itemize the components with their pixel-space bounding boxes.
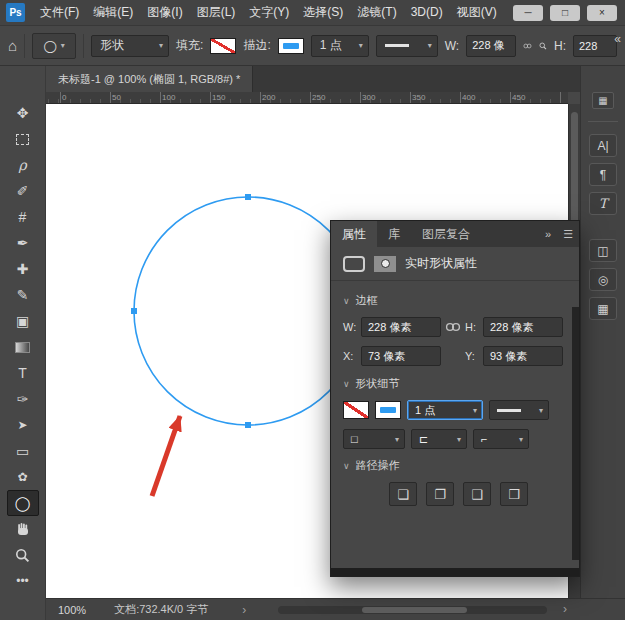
- tab-properties[interactable]: 属性: [331, 221, 377, 247]
- expand-panel-icon[interactable]: »: [539, 221, 557, 247]
- horizontal-scrollbar-thumb[interactable]: [362, 607, 467, 613]
- adjustments-panel-icon[interactable]: ▦: [592, 92, 614, 109]
- scroll-right-icon[interactable]: ›: [563, 602, 567, 616]
- menu-3d[interactable]: 3D(D): [404, 0, 450, 25]
- path-selection-tool[interactable]: ➤: [7, 412, 39, 438]
- stroke-swatch[interactable]: [278, 38, 304, 54]
- menu-image[interactable]: 图像(I): [140, 0, 189, 25]
- w-label: W:: [343, 321, 359, 333]
- stroke-align-select[interactable]: □ ▾: [343, 429, 405, 449]
- stroke-width-select[interactable]: 1 点 ▾: [407, 400, 483, 420]
- link-wh-icon[interactable]: [443, 322, 463, 332]
- paragraph-panel-icon[interactable]: ¶: [589, 163, 617, 186]
- ellipse-tool[interactable]: ◯: [7, 490, 39, 516]
- quick-selection-icon: ✐: [17, 183, 29, 199]
- caret-down-icon: ▾: [428, 41, 432, 50]
- width-field[interactable]: 228 像素: [361, 317, 441, 337]
- tool-mode-select[interactable]: 形状 ▾: [91, 35, 169, 57]
- menu-bar: Ps 文件(F) 编辑(E) 图像(I) 图层(L) 文字(Y) 选择(S) 滤…: [0, 0, 625, 26]
- search-icon[interactable]: [539, 39, 547, 53]
- crop-tool[interactable]: #: [7, 204, 39, 230]
- menu-type[interactable]: 文字(Y): [242, 0, 296, 25]
- hand-tool[interactable]: [7, 516, 39, 542]
- menu-select[interactable]: 选择(S): [296, 0, 350, 25]
- stroke-cap-select[interactable]: ⊏ ▾: [411, 429, 467, 449]
- subtract-front-shape-button[interactable]: ❐: [426, 482, 454, 506]
- x-field[interactable]: 73 像素: [361, 346, 441, 366]
- character-panel-icon[interactable]: A|: [589, 134, 617, 157]
- close-button[interactable]: ×: [587, 5, 617, 21]
- type-tool[interactable]: T: [7, 360, 39, 386]
- swatches-panel-icon[interactable]: ◎: [589, 268, 617, 291]
- ruler-tick: 250: [312, 93, 325, 102]
- anchor-point-top[interactable]: [245, 194, 251, 200]
- tab-layer-comps[interactable]: 图层复合: [411, 221, 481, 247]
- minimize-button[interactable]: ─: [513, 5, 543, 21]
- ellipse-shape-path[interactable]: [134, 197, 362, 425]
- crop-icon: #: [19, 209, 27, 225]
- stroke-style-select[interactable]: ▾: [376, 35, 438, 57]
- section-shape-details[interactable]: ∨ 形状细节: [343, 376, 567, 391]
- stroke-width-select[interactable]: 1 点 ▾: [311, 35, 369, 57]
- section-path-operations[interactable]: ∨ 路径操作: [343, 458, 567, 473]
- tab-libraries[interactable]: 库: [377, 221, 411, 247]
- healing-brush-tool[interactable]: ✚: [7, 256, 39, 282]
- photoshop-logo-icon: Ps: [6, 3, 25, 22]
- y-field[interactable]: 93 像素: [483, 346, 563, 366]
- stroke-corner-select[interactable]: ⌐ ▾: [473, 429, 529, 449]
- quick-selection-tool[interactable]: ✐: [7, 178, 39, 204]
- zoom-tool[interactable]: [7, 542, 39, 568]
- menu-filter[interactable]: 滤镜(T): [350, 0, 403, 25]
- panel-scrollbar[interactable]: [572, 307, 579, 560]
- panel-resize-bar[interactable]: [331, 568, 579, 576]
- move-tool[interactable]: ✥: [7, 100, 39, 126]
- anchor-point-bottom[interactable]: [245, 422, 251, 428]
- glyphs-panel-icon[interactable]: T: [589, 192, 617, 215]
- color-table-panel-icon[interactable]: ▦: [589, 297, 617, 320]
- vector-mask-icon[interactable]: [374, 256, 396, 272]
- home-icon[interactable]: ⌂: [8, 37, 17, 54]
- maximize-button[interactable]: □: [550, 5, 580, 21]
- width-input[interactable]: 228 像: [466, 35, 516, 57]
- combine-shapes-button[interactable]: ❏: [389, 482, 417, 506]
- layer-comps-panel-icon[interactable]: ◫: [589, 239, 617, 262]
- status-chevron-icon[interactable]: ›: [242, 603, 246, 617]
- intersect-shapes-button[interactable]: ❑: [463, 482, 491, 506]
- lasso-tool[interactable]: ρ: [7, 152, 39, 178]
- section-transform[interactable]: ∨ 边框: [343, 293, 567, 308]
- menu-layer[interactable]: 图层(L): [190, 0, 243, 25]
- collapse-panels-icon[interactable]: «: [614, 32, 621, 46]
- panel-menu-icon[interactable]: ☰: [557, 221, 579, 247]
- horizontal-scrollbar[interactable]: [278, 606, 547, 614]
- stroke-style-select[interactable]: ▾: [489, 400, 549, 420]
- tool-preset-button[interactable]: ◯ ▾: [32, 33, 76, 59]
- clone-stamp-tool[interactable]: ▣: [7, 308, 39, 334]
- move-icon: ✥: [17, 105, 29, 121]
- marquee-tool[interactable]: [7, 126, 39, 152]
- pen-tool[interactable]: ✑: [7, 386, 39, 412]
- zoom-level-field[interactable]: 100%: [58, 604, 86, 616]
- rectangle-icon: ▭: [16, 443, 29, 459]
- menu-file[interactable]: 文件(F): [33, 0, 86, 25]
- rectangle-tool[interactable]: ▭: [7, 438, 39, 464]
- height-input[interactable]: 228: [573, 35, 617, 57]
- menu-edit[interactable]: 编辑(E): [86, 0, 140, 25]
- gradient-tool[interactable]: [7, 334, 39, 360]
- custom-shape-tool[interactable]: ✿: [7, 464, 39, 490]
- section-transform-label: 边框: [356, 293, 378, 308]
- eyedropper-tool[interactable]: ✒: [7, 230, 39, 256]
- fill-swatch[interactable]: [343, 401, 369, 419]
- stroke-swatch[interactable]: [375, 401, 401, 419]
- height-field[interactable]: 228 像素: [483, 317, 563, 337]
- fill-swatch[interactable]: [210, 38, 236, 54]
- path-operations-row: ❏ ❐ ❑ ❒: [389, 482, 567, 506]
- exclude-overlapping-shapes-button[interactable]: ❒: [500, 482, 528, 506]
- document-tab[interactable]: 未标题-1 @ 100% (椭圆 1, RGB/8#) *: [46, 66, 253, 92]
- shape-layer-icon[interactable]: [343, 256, 365, 272]
- link-dimensions-icon[interactable]: [523, 41, 532, 51]
- brush-tool[interactable]: ✎: [7, 282, 39, 308]
- anchor-point-left[interactable]: [131, 308, 137, 314]
- stroke-width-value: 1 点: [415, 403, 435, 418]
- edit-toolbar-button[interactable]: •••: [7, 568, 39, 594]
- menu-view[interactable]: 视图(V): [450, 0, 504, 25]
